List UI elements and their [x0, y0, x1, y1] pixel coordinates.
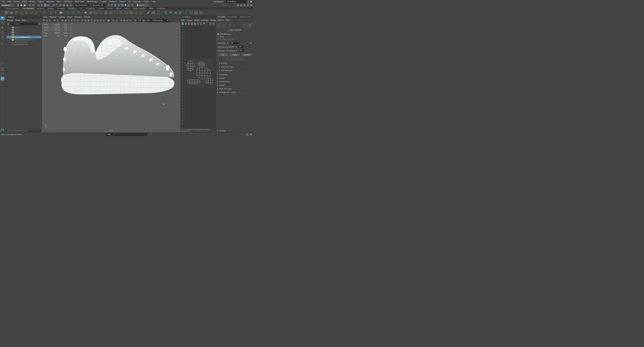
gate-mask-icon[interactable]: ◧: [70, 19, 73, 22]
uv-dim-icon[interactable]: ◫: [196, 22, 199, 25]
shelf-tab-mash[interactable]: MASH: [123, 7, 132, 10]
toolkit-section[interactable]: Align and Snap: [216, 87, 253, 90]
menu-mesh[interactable]: Mesh: [55, 0, 62, 3]
move-tool-icon[interactable]: [0, 25, 4, 29]
rotate-tool-icon[interactable]: [0, 30, 4, 34]
mirror-icon[interactable]: [108, 10, 113, 15]
snap-view-icon[interactable]: ⊡: [69, 4, 72, 7]
selection-constraint-dropdown[interactable]: Off: [238, 45, 244, 48]
vp-menu-lighting[interactable]: Lighting: [58, 16, 65, 18]
outliner-toggle-icon[interactable]: [0, 72, 4, 76]
color-mgmt-icon[interactable]: ▦: [123, 19, 126, 22]
quadrangulate-icon[interactable]: [129, 10, 133, 15]
select-all-button[interactable]: All: [217, 53, 228, 56]
uv-menu-edit[interactable]: Edit: [182, 19, 184, 21]
aa-icon[interactable]: ◈: [102, 19, 105, 22]
select-highlight-icon[interactable]: ◧: [47, 4, 50, 7]
grease-pencil-icon[interactable]: ✎: [56, 19, 59, 22]
expand-arrow-icon[interactable]: ▸: [10, 38, 11, 41]
menu-windows[interactable]: Windows: [45, 0, 56, 3]
outliner-item[interactable]: defaultLightSet: [6, 41, 42, 43]
light-editor-icon[interactable]: 💡: [124, 4, 127, 7]
xray-joints-icon[interactable]: ○: [115, 19, 118, 22]
target-weld-icon[interactable]: [151, 10, 156, 15]
outliner-tree[interactable]: persptopfrontside▸maya:polySurface1▸Merg…: [6, 26, 42, 130]
multicut-icon[interactable]: [146, 10, 150, 15]
grow-along-loop-icon[interactable]: [235, 58, 239, 60]
menu-select[interactable]: Select: [20, 0, 28, 3]
resolution-gate-icon[interactable]: ▭: [67, 19, 70, 22]
paint-select-icon[interactable]: ✦: [44, 4, 47, 7]
smooth-icon[interactable]: [114, 10, 118, 15]
shelf-tab-polymodeling[interactable]: Poly Modeling: [21, 7, 35, 10]
isolate-icon[interactable]: ⊙: [107, 19, 110, 22]
outliner-item[interactable]: ▸Merged_polysphere2_4: [6, 38, 42, 41]
toolkit-section[interactable]: Arrange and Layout: [216, 90, 253, 94]
snap-point-icon[interactable]: •: [59, 4, 62, 7]
expand-arrow-icon[interactable]: ▸: [10, 36, 11, 38]
lock-icon[interactable]: 🔒: [250, 0, 253, 3]
uv-shells[interactable]: [184, 59, 214, 86]
camera-select-icon[interactable]: 📷: [42, 19, 45, 22]
lasso-tool-icon[interactable]: [0, 21, 4, 25]
menu-file[interactable]: File: [1, 0, 6, 3]
poly-sphere-icon[interactable]: [4, 10, 8, 15]
last-tool-icon[interactable]: [0, 42, 4, 46]
gamma-value[interactable]: 1.00: [146, 19, 150, 21]
combine-icon[interactable]: [71, 10, 76, 15]
field-chart-icon[interactable]: ⊡: [73, 19, 76, 22]
wireframe-icon[interactable]: ◇: [81, 19, 84, 22]
select-inverse-button[interactable]: Inverse: [241, 53, 252, 56]
uv-menu-modify[interactable]: Modify: [210, 19, 216, 21]
shelf-tab-bifrost[interactable]: Bifrost: [114, 7, 123, 10]
bridge-icon[interactable]: [94, 10, 98, 15]
shelf-tab-rendering[interactable]: Rendering: [66, 7, 78, 10]
shelf-tab-gozbrush[interactable]: GoZBrush: [155, 7, 167, 10]
shelf-tab-rigging[interactable]: Rigging: [46, 7, 55, 10]
toolkit-section[interactable]: Create: [216, 76, 253, 80]
toolkit-section[interactable]: Select By Type: [216, 65, 253, 68]
uv-checker-icon[interactable]: ▩: [190, 22, 193, 25]
uv-menu-create[interactable]: Create: [186, 19, 192, 21]
uv-menu-select[interactable]: Select: [194, 19, 199, 21]
shelf-tab-fxcaching[interactable]: FX Caching: [84, 7, 96, 10]
shelf-tab-motiongraphics[interactable]: Motion Graphics: [132, 7, 148, 10]
menu-mesh-tools[interactable]: Mesh Tools: [74, 0, 86, 3]
camera-bookmark-icon[interactable]: 🔖: [46, 19, 48, 22]
menu-generate[interactable]: Generate: [132, 0, 142, 3]
menu-deform[interactable]: Deform: [118, 0, 126, 3]
playback-icon[interactable]: ▸: [128, 4, 130, 7]
gamma-field-icon[interactable]: γ: [142, 19, 145, 22]
uv-prev-icon[interactable]: ‹: [210, 22, 212, 25]
tc-arrow-icon[interactable]: ▾: [236, 49, 238, 52]
poly-disc-icon[interactable]: [34, 10, 39, 15]
render-icon[interactable]: 🎬: [110, 4, 114, 7]
shrink-along-loop-icon[interactable]: [240, 58, 244, 60]
hypershade-icon[interactable]: ●: [121, 4, 124, 7]
uv-face-mode-icon[interactable]: [217, 23, 222, 27]
script-editor-icon[interactable]: ▤: [246, 133, 248, 136]
redo-icon[interactable]: ↷: [32, 4, 35, 7]
uv-shell-mode-icon[interactable]: [228, 23, 232, 27]
toolkit-section[interactable]: Cut and Sew: [216, 80, 253, 83]
menu-edit-mesh[interactable]: Edit Mesh: [62, 0, 74, 3]
uv-isolate-icon[interactable]: ⊙: [200, 22, 202, 25]
2d-pan-icon[interactable]: ✥: [53, 19, 56, 22]
open-scene-icon[interactable]: 📁: [20, 4, 23, 7]
tab-tool-settings[interactable]: Tool Settings: [226, 15, 238, 18]
two-pane-icon[interactable]: [0, 69, 4, 71]
toolkit-section[interactable]: Transform: [216, 73, 253, 76]
single-pane-icon[interactable]: [0, 62, 4, 66]
uv-wireframe-icon[interactable]: ▧: [184, 22, 187, 25]
uv-snapshot-icon[interactable]: 📷: [202, 22, 205, 25]
shelf-tab-arnold[interactable]: Arnold: [106, 7, 114, 10]
vp-menu-renderer[interactable]: Renderer: [74, 16, 82, 18]
xray-icon[interactable]: ◌: [112, 19, 115, 22]
menu-create[interactable]: Create: [12, 0, 20, 3]
panel-layout-icon[interactable]: ▦: [236, 4, 239, 7]
menu-cache[interactable]: Cache: [142, 0, 150, 3]
colorspace-dropdown[interactable]: sRGB gamma: [151, 19, 169, 22]
snap-grid-icon[interactable]: ⊞: [52, 4, 55, 7]
toolkit-menu-options[interactable]: Options: [217, 19, 224, 21]
remesh-icon[interactable]: [139, 10, 143, 15]
